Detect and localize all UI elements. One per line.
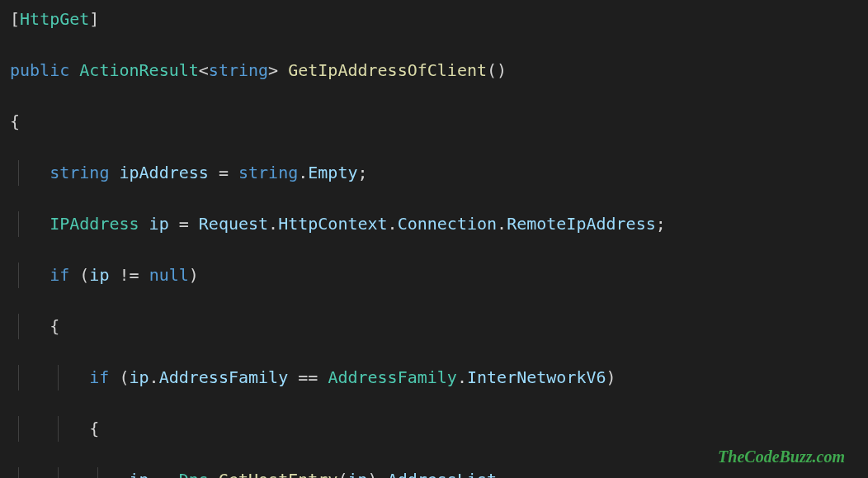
type-ipaddress: IPAddress: [50, 214, 139, 234]
op-eq: =: [209, 163, 238, 182]
brace-open: {: [50, 316, 59, 336]
keyword-if: if: [89, 367, 109, 387]
code-line: {: [10, 109, 858, 135]
prop-request: Request: [199, 214, 268, 234]
generic-type: string: [209, 60, 268, 80]
attribute-name: HttpGet: [20, 9, 89, 29]
var-ip: ip: [130, 470, 149, 478]
op-neq: !=: [109, 265, 149, 285]
op-eq: =: [169, 214, 199, 234]
parens: (): [487, 60, 507, 80]
var-ip: ip: [89, 265, 109, 285]
code-line: {: [10, 416, 858, 442]
bracket-close: ]: [89, 9, 99, 29]
dot: .: [209, 470, 219, 478]
paren-close: ): [368, 470, 378, 478]
dot: .: [388, 214, 398, 234]
prop-empty: Empty: [308, 163, 357, 182]
dot: .: [378, 470, 388, 478]
var-ipaddress: ipAddress: [119, 163, 208, 182]
prop-httpcontext: HttpContext: [278, 214, 387, 234]
paren-open: (: [109, 367, 129, 387]
var-ip: ip: [149, 214, 169, 234]
type-dns: Dns: [179, 470, 209, 478]
angle-close: >: [268, 60, 278, 80]
code-line: [HttpGet]: [10, 7, 858, 32]
semi: ;: [357, 163, 367, 182]
brace-open: {: [89, 419, 99, 438]
bracket-open: [: [10, 9, 20, 29]
var-ip: ip: [130, 367, 149, 387]
brace-open: {: [10, 111, 20, 131]
dot: .: [457, 367, 467, 387]
dot: .: [298, 163, 308, 182]
dot: .: [497, 214, 507, 234]
code-line: string ipAddress = string.Empty;: [10, 160, 858, 186]
code-line: public ActionResult<string> GetIpAddress…: [10, 58, 858, 83]
prop-af: AddressFamily: [159, 367, 289, 387]
keyword-public: public: [10, 60, 69, 80]
method-name: GetIpAddressOfClient: [288, 60, 487, 80]
enum-af: AddressFamily: [328, 367, 457, 387]
semi: ;: [656, 214, 666, 234]
string-kw: string: [238, 163, 298, 182]
paren-close: ): [606, 367, 616, 387]
arg-ip: ip: [347, 470, 367, 478]
code-line: if (ip.AddressFamily == AddressFamily.In…: [10, 365, 858, 390]
keyword-null: null: [149, 265, 189, 285]
enum-v6: InterNetworkV6: [467, 367, 606, 387]
code-line: IPAddress ip = Request.HttpContext.Conne…: [10, 211, 858, 237]
keyword-string: string: [50, 163, 109, 182]
angle-open: <: [199, 60, 209, 80]
method-gethostentry: GetHostEntry: [219, 470, 338, 478]
prop-connection: Connection: [398, 214, 497, 234]
keyword-if: if: [50, 265, 69, 285]
code-line: if (ip != null): [10, 263, 858, 288]
watermark-text: TheCodeBuzz.com: [718, 444, 845, 470]
dot: .: [268, 214, 278, 234]
dot: .: [149, 367, 159, 387]
op-eq: =: [149, 470, 179, 478]
paren-close: ): [189, 265, 199, 285]
paren-open: (: [337, 470, 347, 478]
op-eqeq: ==: [288, 367, 328, 387]
prop-addresslist: AddressList: [388, 470, 497, 478]
code-block: [HttpGet] public ActionResult<string> Ge…: [10, 7, 858, 478]
code-line: {: [10, 314, 858, 339]
prop-remoteip: RemoteIpAddress: [507, 214, 656, 234]
type-actionresult: ActionResult: [79, 60, 199, 80]
paren-open: (: [69, 265, 89, 285]
